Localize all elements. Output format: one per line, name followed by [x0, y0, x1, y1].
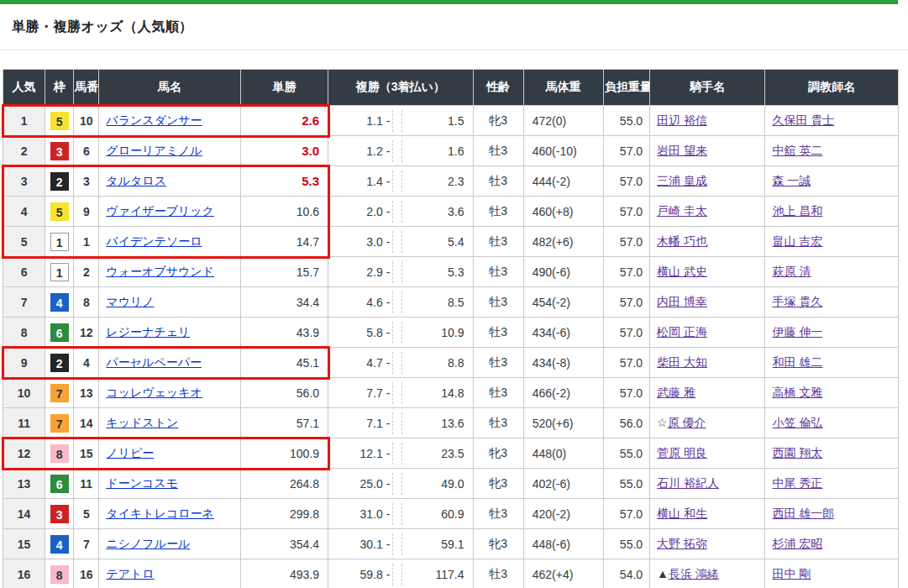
- horse-name-cell: バイデンテソーロ: [99, 227, 240, 257]
- rank-cell: 11: [3, 408, 45, 438]
- place-odds-dash: -: [386, 296, 391, 309]
- horse-weight-cell: 454(-2): [523, 287, 603, 318]
- jockey-link[interactable]: 三浦 皇成: [657, 174, 707, 187]
- sex-age-cell: 牡3: [473, 227, 523, 257]
- trainer-link[interactable]: 小笠 倫弘: [772, 416, 822, 429]
- sex-age-cell: 牡3: [473, 166, 523, 197]
- place-odds-divider: [392, 110, 402, 132]
- place-odds-divider: [392, 412, 402, 434]
- place-odds-low: 3.0: [328, 235, 383, 249]
- trainer-link[interactable]: 伊藤 伸一: [772, 325, 822, 339]
- jockey-link[interactable]: 内田 博幸: [657, 295, 707, 308]
- trainer-link[interactable]: 高橋 文雅: [772, 386, 822, 399]
- impost-cell: 57.0: [603, 499, 649, 529]
- place-odds-low: 2.9: [328, 265, 383, 279]
- trainer-link[interactable]: 和田 雄二: [772, 355, 822, 369]
- jockey-link[interactable]: 大野 拓弥: [657, 537, 707, 550]
- jockey-link[interactable]: 横山 和生: [657, 507, 707, 520]
- horse-number-cell: 3: [74, 166, 99, 197]
- sex-age-cell: 牡3: [473, 257, 523, 287]
- horse-name-link[interactable]: ドーンコスモ: [106, 476, 178, 490]
- horse-name-link[interactable]: タイキトレコローネ: [106, 507, 214, 520]
- horse-number-cell: 10: [74, 106, 99, 136]
- jockey-cell: 田辺 裕信: [650, 106, 765, 136]
- trainer-link[interactable]: 中舘 英二: [772, 144, 822, 157]
- jockey-link[interactable]: 戸崎 圭太: [657, 204, 707, 218]
- trainer-link[interactable]: 田中 剛: [772, 567, 811, 580]
- horse-name-link[interactable]: バイデンテソーロ: [106, 234, 202, 248]
- jockey-link[interactable]: 石川 裕紀人: [657, 476, 719, 490]
- trainer-link[interactable]: 西田 雄一郎: [772, 507, 834, 520]
- trainer-link[interactable]: 西園 翔太: [772, 446, 822, 459]
- place-odds-divider: [392, 322, 402, 344]
- trainer-link[interactable]: 杉浦 宏昭: [772, 537, 822, 550]
- rank-cell: 2: [3, 136, 45, 166]
- horse-name-link[interactable]: マウリノ: [106, 295, 154, 308]
- horse-weight-cell: 472(0): [523, 106, 603, 136]
- frame-badge: 1: [50, 233, 69, 251]
- horse-name-link[interactable]: バランスダンサー: [106, 113, 202, 127]
- trainer-link[interactable]: 中尾 秀正: [772, 476, 822, 490]
- jockey-link[interactable]: 田辺 裕信: [657, 113, 707, 127]
- trainer-link[interactable]: 久保田 貴士: [772, 113, 834, 127]
- trainer-link[interactable]: 手塚 貴久: [772, 295, 822, 308]
- place-odds-low: 30.1: [328, 538, 383, 551]
- horse-name-link[interactable]: タルタロス: [106, 174, 166, 187]
- impost-cell: 55.0: [603, 438, 649, 469]
- horse-name-link[interactable]: レジーナチェリ: [106, 325, 190, 339]
- horse-name-link[interactable]: キッドストン: [106, 416, 178, 429]
- jockey-link[interactable]: 長浜 鴻緒: [669, 567, 719, 580]
- place-odds-range: 4.6-8.5: [328, 287, 472, 317]
- horse-name-link[interactable]: グローリアミノル: [106, 144, 202, 157]
- horse-name-link[interactable]: ノリピー: [106, 446, 154, 459]
- frame-cell: 4: [45, 529, 74, 559]
- place-odds-cell: 2.9-5.3: [328, 257, 473, 287]
- horse-name-cell: ヴァイザーブリック: [99, 197, 240, 227]
- table-row: 236グローリアミノル3.01.2-1.6牡3460(-10)57.0岩田 望来…: [3, 136, 899, 166]
- jockey-link[interactable]: 柴田 大知: [657, 355, 707, 369]
- place-odds-dash: -: [386, 175, 391, 188]
- sex-age-cell: 牝3: [473, 438, 523, 469]
- frame-badge: 4: [50, 293, 69, 312]
- horse-weight-cell: 448(0): [523, 438, 603, 469]
- jockey-apprentice-mark: ▲: [657, 567, 669, 580]
- horse-name-link[interactable]: ニシノフルール: [106, 537, 190, 550]
- trainer-link[interactable]: 畠山 吉宏: [772, 234, 822, 248]
- place-odds-high: 117.4: [402, 568, 473, 581]
- jockey-cell: 柴田 大知: [650, 348, 765, 378]
- jockey-link[interactable]: 岩田 望来: [657, 144, 707, 157]
- place-odds-range: 5.8-10.9: [328, 318, 472, 347]
- place-odds-low: 1.4: [328, 175, 383, 188]
- horse-name-link[interactable]: テアトロ: [106, 567, 154, 580]
- horse-name-link[interactable]: パーセルペーパー: [106, 355, 202, 369]
- jockey-link[interactable]: 松岡 正海: [657, 325, 707, 339]
- place-odds-divider: [392, 140, 402, 162]
- jockey-cell: 戸崎 圭太: [650, 197, 765, 227]
- frame-cell: 8: [45, 438, 74, 469]
- trainer-link[interactable]: 池上 昌和: [772, 204, 822, 218]
- frame-badge: 8: [50, 444, 69, 463]
- horse-number-cell: 4: [74, 348, 99, 378]
- column-header-frame: 枠: [45, 70, 74, 106]
- horse-name-link[interactable]: ヴァイザーブリック: [106, 204, 214, 218]
- place-odds-divider: [392, 473, 402, 495]
- horse-name-link[interactable]: ウォーオブサウンド: [106, 265, 214, 278]
- jockey-link[interactable]: 菅原 明良: [657, 446, 707, 459]
- jockey-link[interactable]: 原 優介: [668, 416, 706, 429]
- trainer-link[interactable]: 森 一誠: [772, 174, 811, 187]
- jockey-link[interactable]: 武藤 雅: [657, 386, 695, 399]
- horse-name-link[interactable]: コッレヴェッキオ: [106, 386, 202, 399]
- sex-age-cell: 牝3: [473, 106, 523, 136]
- place-odds-low: 12.1: [328, 447, 383, 460]
- place-odds-dash: -: [386, 326, 391, 339]
- jockey-link[interactable]: 横山 武史: [657, 265, 707, 278]
- jockey-link[interactable]: 木幡 巧也: [657, 234, 707, 248]
- trainer-link[interactable]: 萩原 清: [772, 265, 811, 278]
- sex-age-cell: 牡3: [473, 318, 523, 348]
- win-odds-cell: 264.8: [240, 469, 328, 499]
- frame-badge: 2: [50, 172, 69, 191]
- horse-name-cell: ノリピー: [99, 438, 240, 469]
- horse-name-cell: グローリアミノル: [99, 136, 240, 166]
- jockey-cell: 内田 博幸: [650, 287, 765, 318]
- horse-name-cell: レジーナチェリ: [99, 318, 240, 348]
